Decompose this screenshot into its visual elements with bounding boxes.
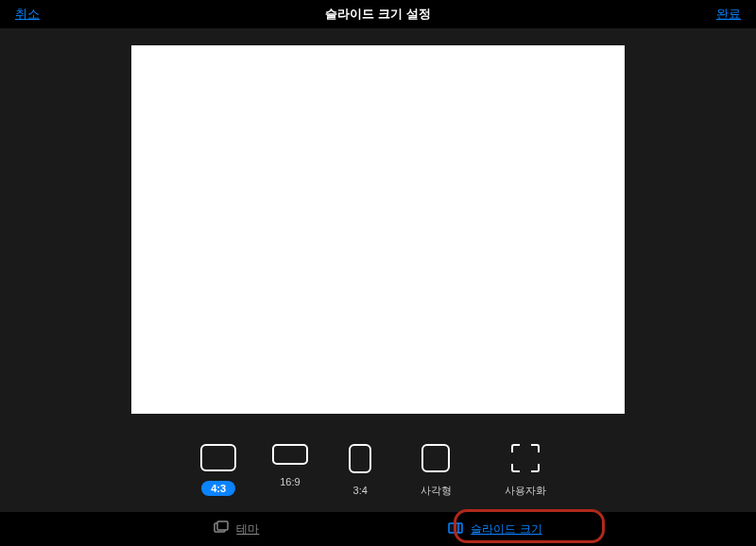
ratio-option-custom[interactable]: 사용자화 [495, 444, 556, 500]
ratio-option-16-9[interactable]: 16:9 [270, 444, 309, 489]
slide-size-icon [448, 520, 463, 537]
ratio-label: 3:4 [344, 483, 377, 498]
svg-rect-1 [217, 521, 228, 530]
ratio-custom-icon [511, 444, 540, 472]
cancel-button[interactable]: 취소 [15, 6, 40, 23]
ratio-label: 사각형 [411, 482, 461, 500]
ratio-square-icon [421, 444, 450, 472]
ratio-option-3-4[interactable]: 3:4 [344, 444, 377, 498]
svg-rect-2 [449, 523, 462, 533]
done-button[interactable]: 완료 [716, 6, 741, 23]
tab-slide-size[interactable]: 슬라이드 크기 [448, 520, 541, 537]
main-area: 4:3 16:9 3:4 사각형 사용자화 [0, 28, 756, 512]
ratio-4-3-icon [200, 444, 236, 471]
ratio-label: 16:9 [270, 474, 309, 489]
slide-preview [131, 45, 625, 414]
ratio-option-4-3[interactable]: 4:3 [200, 444, 236, 496]
footer-tabs: 테마 슬라이드 크기 [0, 512, 756, 546]
ratio-16-9-icon [272, 444, 308, 465]
ratio-option-square[interactable]: 사각형 [411, 444, 461, 500]
header: 취소 슬라이드 크기 설정 완료 [0, 0, 756, 28]
ratio-3-4-icon [349, 444, 371, 473]
ratio-label: 4:3 [201, 481, 235, 496]
aspect-ratio-selector: 4:3 16:9 3:4 사각형 사용자화 [200, 444, 556, 500]
ratio-label: 사용자화 [495, 482, 556, 500]
page-title: 슬라이드 크기 설정 [325, 6, 430, 23]
theme-icon [214, 520, 229, 537]
tab-theme[interactable]: 테마 [214, 520, 259, 537]
tab-slide-size-label: 슬라이드 크기 [471, 521, 541, 537]
tab-theme-label: 테마 [236, 521, 259, 537]
